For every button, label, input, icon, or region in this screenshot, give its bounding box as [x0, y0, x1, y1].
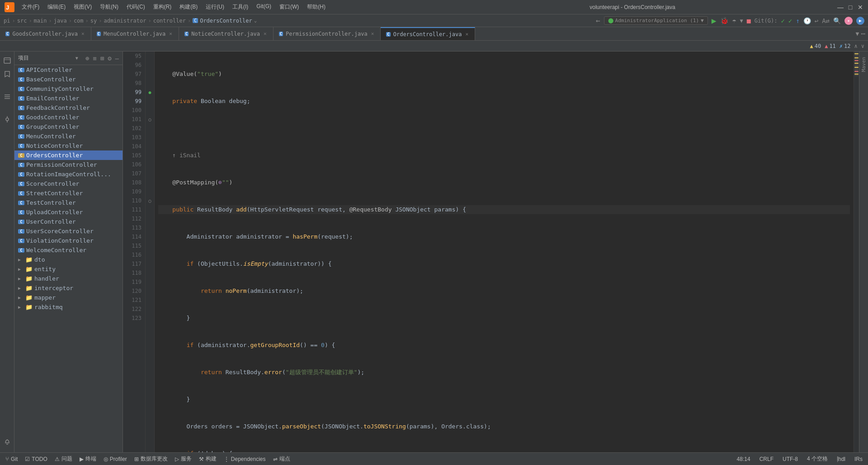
- tree-item-user[interactable]: C UserController: [14, 217, 123, 226]
- git-check2[interactable]: ✓: [788, 17, 792, 24]
- menu-navigate[interactable]: 导航(N): [96, 2, 122, 12]
- code-content[interactable]: @Value("true") private Boolean debug; ↑ …: [155, 52, 854, 452]
- more-run-button[interactable]: ▼: [740, 18, 743, 24]
- tab-more-button[interactable]: ⋯: [861, 29, 865, 38]
- bookmark-icon[interactable]: [1, 68, 14, 80]
- profiler-status[interactable]: ◎ Profiler: [102, 455, 129, 463]
- breadcrumb-current[interactable]: OrdersController: [200, 18, 252, 24]
- menu-file[interactable]: 文件(F): [18, 2, 43, 12]
- tree-item-group[interactable]: C GroupController: [14, 122, 123, 132]
- menu-help[interactable]: 帮助(H): [303, 2, 329, 12]
- tree-item-rabbitmq[interactable]: ▶ 📁 rabbitmq: [14, 302, 123, 312]
- search-button[interactable]: 🔍: [833, 17, 841, 24]
- tab-close[interactable]: ✕: [464, 31, 469, 37]
- tab-orders-controller[interactable]: C OrdersController.java ✕: [381, 27, 475, 40]
- breadcrumb-item[interactable]: sy: [90, 18, 97, 24]
- settings-button[interactable]: ⚙: [108, 55, 111, 62]
- close-button[interactable]: ✕: [857, 4, 863, 10]
- stop-button[interactable]: ■: [747, 17, 751, 25]
- encoding[interactable]: UTF-8: [781, 455, 800, 463]
- menu-code[interactable]: 代码(C): [123, 2, 149, 12]
- git-push[interactable]: ↑: [796, 17, 799, 24]
- terminal-status[interactable]: ▶ 终端: [78, 454, 98, 464]
- dependencies-status[interactable]: ⋮ Dependencies: [222, 455, 268, 463]
- collapse-all-button[interactable]: ≡: [93, 55, 96, 62]
- tree-item-score[interactable]: C ScoreController: [14, 179, 123, 188]
- menu-git[interactable]: Git(G): [253, 2, 275, 12]
- tree-item-mapper[interactable]: ▶ 📁 mapper: [14, 293, 123, 302]
- tree-item-interceptor[interactable]: ▶ 📁 interceptor: [14, 283, 123, 293]
- structure-icon[interactable]: [1, 90, 14, 103]
- tab-goods-controller[interactable]: C GoodsController.java ✕: [0, 27, 91, 40]
- menu-edit[interactable]: 编辑(E): [44, 2, 69, 12]
- tab-close[interactable]: ✕: [80, 31, 85, 37]
- nav-up-button[interactable]: ∧: [854, 43, 858, 49]
- tree-item-api[interactable]: C APIController: [14, 65, 123, 75]
- minimize-button[interactable]: —: [837, 4, 844, 10]
- tree-item-orders[interactable]: C OrdersController: [14, 150, 123, 160]
- tree-item-base[interactable]: C BaseController: [14, 75, 123, 84]
- code-area[interactable]: 95 96 97 98 99 99 100 101 102 103 104 10…: [123, 52, 854, 452]
- breadcrumb-item[interactable]: com: [74, 18, 84, 24]
- indent-setting[interactable]: 4 个空格: [805, 454, 830, 464]
- tab-list-button[interactable]: ▼: [856, 30, 859, 37]
- git-check1[interactable]: ✓: [781, 17, 784, 24]
- tree-item-community[interactable]: C CommunityController: [14, 84, 123, 94]
- tree-item-email[interactable]: C EmailController: [14, 94, 123, 103]
- breadcrumb-item[interactable]: controller: [153, 18, 186, 24]
- plugin-button[interactable]: ▶: [856, 17, 864, 25]
- tab-close[interactable]: ✕: [263, 31, 268, 37]
- tab-menu-controller[interactable]: C MenuController.java ✕: [91, 27, 179, 40]
- tree-item-handler[interactable]: ▶ 📁 handler: [14, 274, 123, 283]
- breadcrumb-item[interactable]: administrator: [104, 18, 146, 24]
- maven-panel[interactable]: Maven: [860, 53, 868, 75]
- coverage-button[interactable]: ☂: [732, 17, 736, 25]
- tab-close[interactable]: ✕: [168, 31, 173, 37]
- endpoints-status[interactable]: ⇌ 端点: [271, 454, 292, 464]
- build-status[interactable]: ⚒ 构建: [197, 454, 218, 464]
- problems-status[interactable]: ⚠ 问题: [53, 454, 74, 464]
- minimize-button[interactable]: —: [115, 55, 119, 62]
- menu-tools[interactable]: 工具(I): [229, 2, 252, 12]
- git-status[interactable]: ⑂ Git: [4, 455, 19, 463]
- menu-window[interactable]: 窗口(W): [276, 2, 302, 12]
- toolbox-button[interactable]: ✦: [844, 17, 853, 25]
- maximize-button[interactable]: □: [847, 4, 854, 10]
- notifications-icon[interactable]: [1, 436, 14, 449]
- translate-button[interactable]: A⇄: [822, 17, 830, 24]
- tab-permission-controller[interactable]: C PermissionController.java ✕: [274, 27, 381, 40]
- tree-item-street[interactable]: C StreetController: [14, 188, 123, 198]
- breadcrumb-dropdown[interactable]: ⌄: [254, 18, 257, 23]
- git-history[interactable]: 🕐: [803, 17, 811, 24]
- services-status[interactable]: ▷ 服务: [173, 454, 193, 464]
- tree-item-user-score[interactable]: C UserScoreController: [14, 226, 123, 236]
- debug-button[interactable]: 🐞: [720, 17, 729, 25]
- tree-item-goods[interactable]: C GoodsController: [14, 113, 123, 122]
- db-changes-status[interactable]: ⊞ 数据库更改: [132, 454, 170, 464]
- tree-item-entity[interactable]: ▶ 📁 entity: [14, 264, 123, 274]
- nav-down-button[interactable]: ∨: [861, 43, 864, 49]
- tree-item-rotation[interactable]: C RotationImageControll...: [14, 169, 123, 179]
- project-icon[interactable]: [1, 54, 14, 67]
- tree-item-dto[interactable]: ▶ 📁 dto: [14, 255, 123, 264]
- file-type[interactable]: ḷhdl: [835, 455, 847, 463]
- breadcrumb-item[interactable]: pi: [4, 18, 10, 24]
- tree-item-welcome[interactable]: C WelcomeController: [14, 245, 123, 255]
- menu-view[interactable]: 视图(V): [70, 2, 95, 12]
- tab-notice-controller[interactable]: C NoticeController.java ✕: [179, 27, 274, 40]
- tab-close[interactable]: ✕: [370, 31, 375, 37]
- dropdown-arrow[interactable]: ▼: [75, 56, 78, 61]
- commit-icon[interactable]: [1, 113, 14, 126]
- line-ending[interactable]: CRLF: [758, 455, 775, 463]
- breadcrumb-item[interactable]: src: [17, 18, 27, 24]
- error-count[interactable]: ▲ 11: [825, 43, 836, 49]
- tree-item-notice[interactable]: C NoticeController: [14, 141, 123, 150]
- inspection-count[interactable]: ✗ 12: [840, 43, 851, 49]
- warning-count[interactable]: ▲ 40: [810, 43, 821, 49]
- expand-all-button[interactable]: ⊞: [100, 55, 104, 62]
- run-button[interactable]: ▶: [712, 16, 717, 25]
- irs-label[interactable]: IRs: [853, 455, 864, 463]
- tree-item-test[interactable]: C TestController: [14, 198, 123, 207]
- new-file-button[interactable]: ⊕: [85, 55, 89, 62]
- breadcrumb-item[interactable]: java: [54, 18, 67, 24]
